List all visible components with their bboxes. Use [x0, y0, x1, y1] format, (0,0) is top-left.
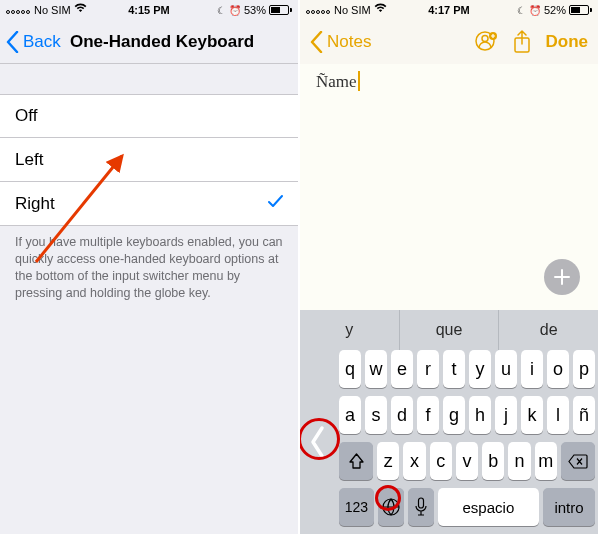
key-y[interactable]: y: [469, 350, 491, 388]
option-label: Off: [15, 106, 37, 126]
battery-pct: 52%: [544, 4, 566, 16]
key-row-4: 123 espacio intro: [336, 488, 598, 526]
status-bar: No SIM 4:17 PM ☾ ⏰ 52%: [300, 0, 598, 20]
key-l[interactable]: l: [547, 396, 569, 434]
key-h[interactable]: h: [469, 396, 491, 434]
key-o[interactable]: o: [547, 350, 569, 388]
key-d[interactable]: d: [391, 396, 413, 434]
dnd-icon: ☾: [517, 5, 526, 16]
note-text: Ñame: [316, 72, 357, 91]
key-g[interactable]: g: [443, 396, 465, 434]
checkmark-icon: [268, 194, 283, 214]
note-body[interactable]: Ñame: [300, 64, 598, 310]
option-left[interactable]: Left: [0, 138, 298, 182]
key-q[interactable]: q: [339, 350, 361, 388]
alarm-icon: ⏰: [229, 5, 241, 16]
list-gap: [0, 64, 298, 94]
share-button[interactable]: [512, 30, 532, 54]
key-s[interactable]: s: [365, 396, 387, 434]
back-button[interactable]: Back: [0, 31, 61, 53]
navigation-bar: Notes Done: [300, 20, 598, 64]
screenshot-pair: No SIM 4:15 PM ☾ ⏰ 53% Back One-Handed K…: [0, 0, 600, 534]
expand-keyboard-handle[interactable]: [300, 350, 336, 534]
alarm-icon: ⏰: [529, 5, 541, 16]
dictation-key[interactable]: [408, 488, 434, 526]
key-b[interactable]: b: [482, 442, 504, 480]
key-j[interactable]: j: [495, 396, 517, 434]
backspace-icon: [568, 454, 588, 469]
chevron-left-icon: [310, 31, 323, 53]
svg-rect-6: [418, 498, 423, 508]
chevron-left-icon: [6, 31, 19, 53]
signal-icon: [306, 4, 331, 16]
key-row-3: z x c v b n m: [336, 442, 598, 480]
key-u[interactable]: u: [495, 350, 517, 388]
key-v[interactable]: v: [456, 442, 478, 480]
option-label: Right: [15, 194, 55, 214]
key-i[interactable]: i: [521, 350, 543, 388]
key-e[interactable]: e: [391, 350, 413, 388]
option-off[interactable]: Off: [0, 94, 298, 138]
key-m[interactable]: m: [535, 442, 557, 480]
key-z[interactable]: z: [377, 442, 399, 480]
globe-icon: [381, 497, 401, 517]
suggestion[interactable]: que: [400, 310, 500, 350]
globe-key[interactable]: [378, 488, 404, 526]
suggestion-bar: y que de: [300, 310, 598, 350]
shift-icon: [348, 453, 365, 470]
plus-icon: [553, 268, 571, 286]
key-r[interactable]: r: [417, 350, 439, 388]
return-key[interactable]: intro: [543, 488, 595, 526]
battery-icon: [269, 5, 292, 15]
carrier-label: No SIM: [34, 4, 71, 16]
done-button[interactable]: Done: [546, 32, 589, 52]
suggestion[interactable]: de: [499, 310, 598, 350]
battery-pct: 53%: [244, 4, 266, 16]
add-attachment-button[interactable]: [544, 259, 580, 295]
navigation-bar: Back One-Handed Keyboard: [0, 20, 298, 64]
signal-icon: [6, 4, 31, 16]
key-row-2: a s d f g h j k l ñ: [336, 396, 598, 434]
status-bar: No SIM 4:15 PM ☾ ⏰ 53%: [0, 0, 298, 20]
key-enye[interactable]: ñ: [573, 396, 595, 434]
space-key[interactable]: espacio: [438, 488, 539, 526]
carrier-label: No SIM: [334, 4, 371, 16]
suggestion[interactable]: y: [300, 310, 400, 350]
wifi-icon: [374, 3, 387, 15]
text-cursor: [358, 71, 360, 91]
notes-screen: No SIM 4:17 PM ☾ ⏰ 52% Notes: [298, 0, 598, 534]
key-f[interactable]: f: [417, 396, 439, 434]
numbers-key[interactable]: 123: [339, 488, 374, 526]
key-n[interactable]: n: [508, 442, 530, 480]
microphone-icon: [414, 497, 428, 517]
back-label: Notes: [327, 32, 371, 52]
key-w[interactable]: w: [365, 350, 387, 388]
battery-icon: [569, 5, 592, 15]
dnd-icon: ☾: [217, 5, 226, 16]
keyboard-keys: q w e r t y u i o p a s d f g h: [336, 350, 598, 534]
delete-key[interactable]: [561, 442, 595, 480]
key-row-1: q w e r t y u i o p: [336, 350, 598, 388]
settings-screen: No SIM 4:15 PM ☾ ⏰ 53% Back One-Handed K…: [0, 0, 298, 534]
key-k[interactable]: k: [521, 396, 543, 434]
keyboard: y que de q w e r t y u i o p: [300, 310, 598, 534]
add-person-button[interactable]: [474, 30, 498, 54]
option-right[interactable]: Right: [0, 182, 298, 226]
back-button[interactable]: Notes: [310, 31, 371, 53]
back-label: Back: [23, 32, 61, 52]
key-x[interactable]: x: [403, 442, 425, 480]
shift-key[interactable]: [339, 442, 373, 480]
svg-point-2: [482, 36, 488, 42]
key-t[interactable]: t: [443, 350, 465, 388]
key-c[interactable]: c: [430, 442, 452, 480]
wifi-icon: [74, 3, 87, 15]
section-footer: If you have multiple keyboards enabled, …: [0, 226, 298, 310]
key-a[interactable]: a: [339, 396, 361, 434]
option-label: Left: [15, 150, 43, 170]
key-p[interactable]: p: [573, 350, 595, 388]
page-title: One-Handed Keyboard: [70, 32, 254, 52]
chevron-left-icon: [309, 422, 327, 462]
